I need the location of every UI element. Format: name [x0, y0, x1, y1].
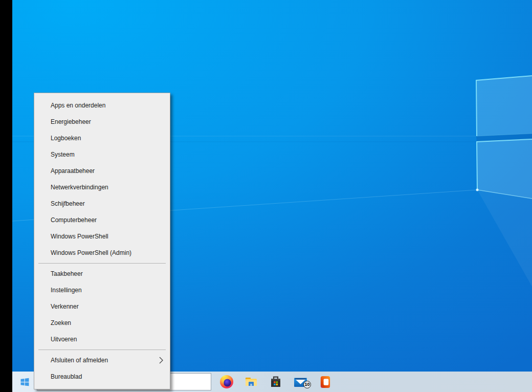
menu-item-afsluiten-of-afmelden[interactable]: Afsluiten of afmelden [34, 352, 170, 368]
menu-separator [38, 350, 166, 350]
taskbar-button-microsoft-store[interactable] [263, 372, 288, 392]
taskbar-button-mail[interactable]: 10 [288, 372, 313, 392]
menu-item-windows-powershell[interactable]: Windows PowerShell [34, 228, 170, 245]
file-explorer-icon [244, 375, 258, 389]
menu-item-apps-en-onderdelen[interactable]: Apps en onderdelen [34, 97, 170, 114]
menu-item-energiebeheer[interactable]: Energiebeheer [34, 114, 170, 130]
submenu-chevron-icon [159, 357, 163, 364]
menu-item-bureaublad[interactable]: Bureaublad [34, 368, 170, 385]
menu-item-label: Windows PowerShell (Admin) [51, 249, 131, 256]
menu-item-label: Computerbeheer [51, 216, 97, 224]
menu-item-label: Zoeken [51, 319, 71, 326]
taskbar-button-file-explorer[interactable] [239, 372, 263, 392]
menu-item-label: Netwerkverbindingen [51, 184, 108, 191]
menu-separator [38, 263, 166, 264]
menu-item-label: Afsluiten of afmelden [51, 357, 108, 364]
menu-item-label: Logboeken [51, 135, 81, 142]
winx-menu: Apps en onderdelen Energiebeheer Logboek… [34, 93, 170, 389]
menu-item-windows-powershell-admin[interactable]: Windows PowerShell (Admin) [34, 245, 170, 261]
screen-edge [0, 0, 12, 392]
menu-item-label: Windows PowerShell [51, 233, 108, 240]
firefox-icon [219, 375, 234, 389]
taskbar-button-firefox[interactable] [214, 372, 239, 392]
menu-item-instellingen[interactable]: Instellingen [34, 282, 170, 298]
menu-item-label: Verkenner [51, 303, 79, 310]
menu-item-label: Bureaublad [51, 373, 82, 380]
menu-item-label: Systeem [51, 151, 75, 158]
menu-item-schijfbeheer[interactable]: Schijfbeheer [34, 195, 170, 212]
menu-item-label: Schijfbeheer [51, 200, 85, 207]
menu-item-label: Uitvoeren [51, 336, 77, 343]
start-button[interactable] [12, 372, 37, 392]
menu-item-label: Apps en onderdelen [51, 102, 105, 109]
menu-item-logboeken[interactable]: Logboeken [34, 130, 170, 146]
menu-item-zoeken[interactable]: Zoeken [34, 315, 170, 331]
menu-item-uitvoeren[interactable]: Uitvoeren [34, 331, 170, 347]
menu-item-label: Instellingen [51, 287, 82, 294]
windows-logo-icon [20, 378, 29, 386]
taskbar-button-office[interactable] [313, 372, 337, 392]
menu-item-apparaatbeheer[interactable]: Apparaatbeheer [34, 163, 170, 179]
microsoft-store-icon [269, 375, 283, 389]
menu-item-netwerkverbindingen[interactable]: Netwerkverbindingen [34, 179, 170, 195]
menu-item-systeem[interactable]: Systeem [34, 146, 170, 163]
office-icon [319, 375, 331, 389]
mail-unread-badge: 10 [303, 381, 311, 388]
menu-item-label: Apparaatbeheer [51, 167, 95, 175]
menu-item-label: Taakbeheer [51, 270, 83, 277]
menu-item-label: Energiebeheer [51, 118, 91, 125]
menu-item-computerbeheer[interactable]: Computerbeheer [34, 212, 170, 228]
menu-item-taakbeheer[interactable]: Taakbeheer [34, 266, 170, 282]
menu-item-verkenner[interactable]: Verkenner [34, 298, 170, 315]
